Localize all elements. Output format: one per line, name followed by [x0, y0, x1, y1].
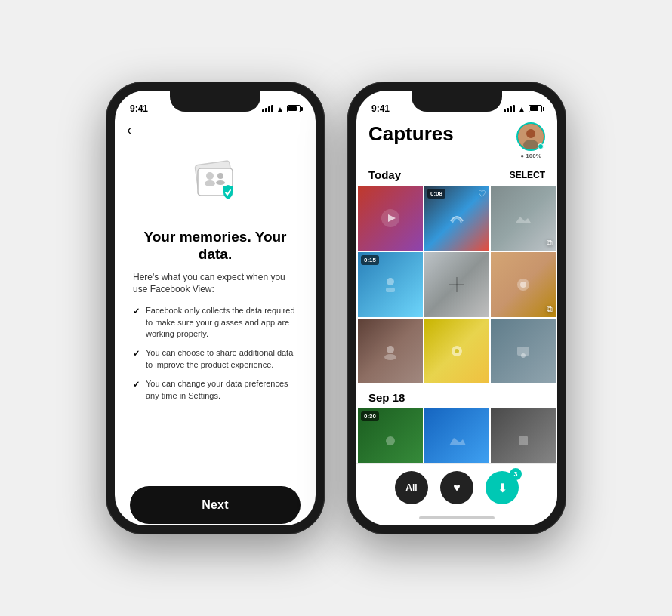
content-area: Your memories. Your data. Here's what yo…: [115, 141, 316, 477]
home-bar-right: [419, 516, 495, 519]
bullet-item-2: ✓ You can choose to share additional dat…: [133, 347, 297, 371]
checkmark-2: ✓: [133, 348, 140, 359]
right-wifi-icon: ▲: [518, 105, 526, 113]
photo-cell-6[interactable]: ⧉: [491, 252, 556, 317]
download-badge: 3: [510, 468, 522, 480]
back-button[interactable]: ‹: [115, 119, 316, 141]
left-status-icons: ▲: [262, 105, 301, 113]
svg-point-17: [387, 346, 394, 353]
photo-cell-4[interactable]: 0:15: [358, 252, 423, 317]
bullet-text-3: You can change your data preferences any…: [146, 378, 297, 402]
today-label: Today: [368, 168, 401, 181]
privacy-subtitle: Here's what you can expect when you use …: [133, 271, 297, 297]
photo-bg-8: [424, 319, 489, 383]
photo-cell-2[interactable]: 0:08 ♡: [424, 186, 489, 251]
bullet-text-2: You can choose to share additional data …: [146, 347, 297, 371]
next-button[interactable]: Next: [130, 486, 301, 524]
right-time: 9:41: [371, 103, 390, 114]
notch-right: [412, 91, 502, 112]
bottom-tab-bar: All ♥ ⬇ 3: [356, 463, 557, 510]
photo-bg-5: [424, 252, 489, 317]
gallery-scroll[interactable]: Today SELECT: [356, 165, 557, 463]
photo-cell-1[interactable]: [358, 186, 423, 251]
svg-point-18: [384, 354, 396, 360]
photo-bg-1: [358, 186, 423, 251]
svg-point-16: [520, 282, 526, 288]
svg-point-22: [521, 353, 526, 358]
svg-point-2: [206, 172, 214, 180]
heart-icon-2: ♡: [478, 189, 486, 199]
right-status-icons: ▲: [504, 105, 542, 113]
photo-cell-7[interactable]: [358, 319, 423, 383]
today-section-header: Today SELECT: [356, 165, 557, 186]
status-dot: [538, 143, 544, 149]
svg-point-20: [455, 349, 459, 353]
privacy-icon: [181, 149, 249, 217]
video-badge-4: 0:15: [361, 255, 379, 265]
left-phone-screen: 9:41 ▲ ‹: [115, 91, 316, 525]
avatar-container[interactable]: ● 100%: [516, 122, 545, 159]
signal-icon: [262, 105, 273, 112]
sep18-section-header: Sep 18: [356, 388, 557, 408]
wifi-icon: ▲: [276, 105, 284, 113]
video-badge-10: 0:30: [361, 411, 379, 421]
all-tab-button[interactable]: All: [395, 471, 428, 504]
all-tab-label: All: [405, 482, 417, 493]
select-button[interactable]: SELECT: [510, 170, 545, 180]
phones-container: 9:41 ▲ ‹: [106, 82, 566, 534]
sep18-photo-grid: 0:30: [356, 408, 557, 463]
bullet-item-1: ✓ Facebook only collects the data requir…: [133, 305, 297, 340]
today-photo-grid: 0:08 ♡ ⧉: [356, 186, 557, 383]
checkmark-3: ✓: [133, 379, 140, 390]
photo-bg-11: [424, 408, 489, 463]
photo-cell-10[interactable]: 0:30: [358, 408, 423, 463]
avatar-pct: ● 100%: [520, 152, 541, 159]
right-battery-icon: [529, 105, 542, 112]
right-phone-screen: 9:41 ▲ Captures: [356, 91, 557, 525]
photo-bg-7: [358, 319, 423, 383]
svg-rect-24: [519, 436, 528, 445]
photo-cell-5[interactable]: [424, 252, 489, 317]
bullet-list: ✓ Facebook only collects the data requir…: [133, 305, 297, 402]
svg-point-23: [386, 436, 395, 445]
svg-point-11: [387, 278, 394, 285]
copy-icon-3: ⧉: [547, 238, 553, 248]
right-phone: 9:41 ▲ Captures: [347, 82, 566, 534]
heart-tab-icon: ♥: [453, 481, 461, 494]
checkmark-1: ✓: [133, 306, 140, 317]
photo-cell-8[interactable]: [424, 319, 489, 383]
video-badge-2: 0:08: [427, 189, 445, 199]
home-indicator-right: [356, 510, 557, 525]
download-tab-button[interactable]: ⬇ 3: [486, 471, 519, 504]
photo-cell-9[interactable]: [491, 319, 556, 383]
bullet-text-1: Facebook only collects the data required…: [146, 305, 297, 340]
sep18-label: Sep 18: [368, 391, 405, 404]
privacy-title: Your memories. Your data.: [133, 229, 297, 263]
photo-cell-3[interactable]: ⧉: [491, 186, 556, 251]
photo-bg-9: [491, 319, 556, 383]
svg-point-4: [217, 173, 223, 179]
svg-point-3: [205, 180, 215, 186]
left-phone: 9:41 ▲ ‹: [106, 82, 325, 534]
svg-point-5: [216, 180, 225, 185]
captures-title: Captures: [368, 122, 454, 146]
right-signal-icon: [504, 105, 515, 112]
next-button-area: Next: [115, 477, 316, 525]
notch-left: [170, 91, 260, 112]
photo-cell-12[interactable]: [491, 408, 556, 463]
photo-bg-12: [491, 408, 556, 463]
heart-tab-button[interactable]: ♥: [440, 471, 473, 504]
download-tab-icon: ⬇: [498, 481, 507, 495]
copy-icon-6: ⧉: [547, 304, 553, 314]
svg-rect-12: [386, 288, 395, 292]
bullet-item-3: ✓ You can change your data preferences a…: [133, 378, 297, 402]
captures-header: Captures ● 100%: [356, 119, 557, 165]
svg-point-7: [526, 129, 535, 138]
left-screen-content: ‹: [115, 119, 316, 525]
photo-cell-11[interactable]: [424, 408, 489, 463]
battery-icon: [287, 105, 301, 112]
left-time: 9:41: [130, 103, 148, 114]
